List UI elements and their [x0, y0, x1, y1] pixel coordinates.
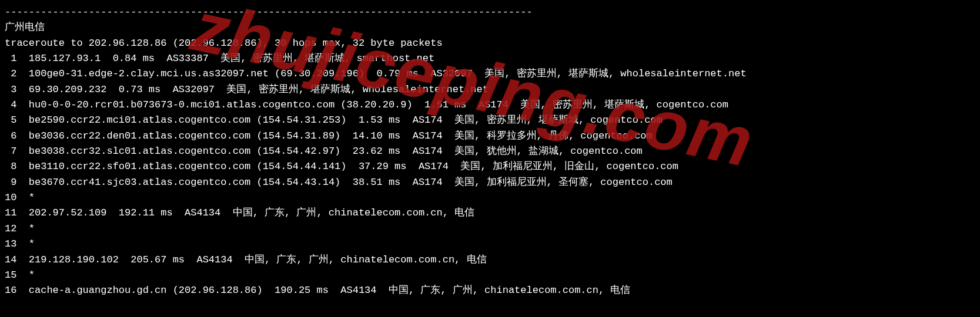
traceroute-hop: 14 219.128.190.102 205.67 ms AS4134 中国, … [5, 252, 975, 268]
trace-command: traceroute to 202.96.128.86 (202.96.128.… [5, 36, 975, 51]
separator-line: ----------------------------------------… [5, 5, 975, 20]
traceroute-hop: 1 185.127.93.1 0.84 ms AS33387 美国, 密苏里州,… [5, 51, 975, 66]
traceroute-hop: 6 be3036.ccr22.den01.atlas.cogentco.com … [5, 129, 975, 144]
traceroute-output: 1 185.127.93.1 0.84 ms AS33387 美国, 密苏里州,… [5, 51, 975, 299]
traceroute-hop: 15 * [5, 268, 975, 283]
traceroute-hop: 11 202.97.52.109 192.11 ms AS4134 中国, 广东… [5, 205, 975, 221]
traceroute-hop: 2 100ge0-31.edge-2.clay.mci.us.as32097.n… [5, 66, 975, 82]
traceroute-hop: 3 69.30.209.232 0.73 ms AS32097 美国, 密苏里州… [5, 82, 975, 97]
traceroute-hop: 5 be2590.ccr22.mci01.atlas.cogentco.com … [5, 113, 975, 128]
trace-header: 广州电信 [5, 20, 975, 35]
traceroute-hop: 9 be3670.ccr41.sjc03.atlas.cogentco.com … [5, 175, 975, 190]
traceroute-hop: 8 be3110.ccr22.sfo01.atlas.cogentco.com … [5, 159, 975, 174]
traceroute-hop: 12 * [5, 221, 975, 237]
traceroute-hop: 13 * [5, 237, 975, 252]
traceroute-hop: 10 * [5, 190, 975, 205]
traceroute-hop: 16 cache-a.guangzhou.gd.cn (202.96.128.8… [5, 283, 975, 298]
traceroute-hop: 7 be3038.ccr32.slc01.atlas.cogentco.com … [5, 144, 975, 159]
traceroute-hop: 4 hu0-0-0-20.rcr01.b073673-0.mci01.atlas… [5, 97, 975, 113]
